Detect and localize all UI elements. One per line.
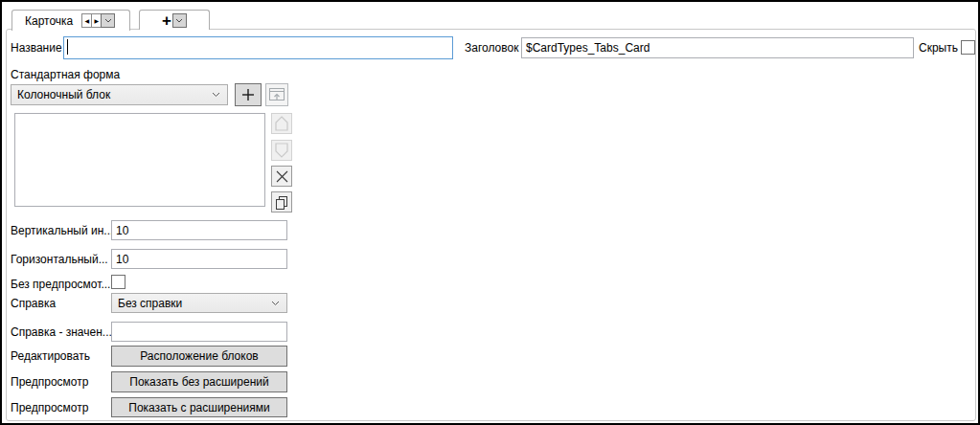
standard-form-selected-value: Колоночный блок [17,88,110,101]
add-tab-plus-icon: + [162,13,171,28]
hide-label: Скрыть [919,41,958,55]
edit-label: Редактировать [11,349,90,363]
tab-dropdown-button[interactable] [101,13,115,28]
title-input[interactable] [521,37,914,58]
blocks-list[interactable] [14,113,265,207]
help-selected-value: Без справки [118,297,182,310]
help-label: Справка [11,297,56,310]
horizontal-indent-label: Горизонтальный... [11,253,108,266]
chevron-down-icon [175,18,183,23]
preview-without-label: Предпросмотр [11,375,88,389]
show-with-extensions-label: Показать с расширениями [128,401,270,414]
card-tab-panel: Название Заголовок Скрыть Стандартная фо… [6,29,976,421]
name-input[interactable] [63,36,453,59]
tab-card[interactable]: Карточка ◀ ▶ [11,10,130,31]
move-block-down-button[interactable] [271,140,292,161]
block-layout-button[interactable]: Расположение блоков [111,346,287,367]
preview-with-label: Предпросмотр [11,401,88,414]
horizontal-indent-input[interactable] [111,249,287,269]
vertical-indent-label: Вертикальный ин... [11,224,113,237]
block-layout-button-label: Расположение блоков [140,349,258,363]
card-type-editor-window: Карточка ◀ ▶ + Название Заголовок [0,0,980,425]
chevron-down-icon [271,301,280,306]
move-up-icon [275,116,288,131]
title-label: Заголовок [465,41,518,55]
tab-add[interactable]: + [139,10,210,30]
chevron-down-icon [212,92,220,98]
text-caret [67,39,68,55]
plus-icon [241,88,255,101]
show-with-extensions-button[interactable]: Показать с расширениями [111,397,287,417]
standard-form-label: Стандартная форма [11,68,120,81]
no-preview-label: Без предпросмот... [11,278,110,291]
no-preview-checkbox[interactable] [111,275,125,289]
copy-block-button[interactable] [271,191,292,212]
copy-icon [275,195,288,210]
name-label: Название [11,41,62,55]
hide-checkbox[interactable] [961,40,975,55]
help-value-input[interactable] [111,322,287,342]
move-block-up-button[interactable] [271,113,292,134]
scroll-left-icon: ◀ [84,18,89,24]
standard-form-select[interactable]: Колоночный блок [11,84,228,105]
x-delete-icon [276,170,288,183]
scroll-right-icon: ▶ [94,18,99,24]
chevron-down-icon [104,18,112,23]
show-without-extensions-button[interactable]: Показать без расширений [111,371,287,392]
delete-block-button[interactable] [271,166,292,187]
tab-card-label: Карточка [12,14,82,28]
help-value-label: Справка - значен... [11,325,112,339]
move-down-icon [275,143,288,158]
window-arrow-up-icon [268,87,285,102]
import-block-button[interactable] [265,83,288,106]
vertical-indent-input[interactable] [111,220,287,240]
name-field-wrap [63,36,453,59]
show-without-extensions-label: Показать без расширений [129,375,268,389]
help-select[interactable]: Без справки [111,293,287,313]
add-tab-dropdown-button[interactable] [172,13,187,28]
add-block-button[interactable] [235,83,262,106]
